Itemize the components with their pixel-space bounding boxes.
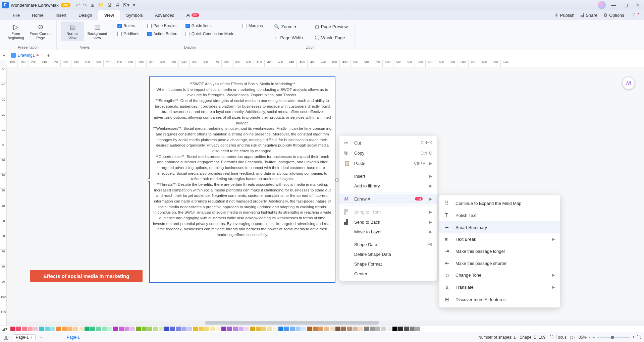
eyedropper-icon[interactable]: ◢▾ [2,326,8,331]
gridlines-checkbox[interactable]: Gridlines [117,32,139,36]
color-swatch[interactable] [124,327,129,331]
color-swatch[interactable] [73,327,78,331]
color-swatch[interactable] [107,327,112,331]
color-swatch[interactable] [370,327,375,331]
color-swatch[interactable] [85,327,90,331]
color-swatch[interactable] [227,327,232,331]
connection-point-left[interactable] [147,178,150,182]
color-swatch[interactable] [136,327,141,331]
expand-panel-icon[interactable]: » [3,53,5,58]
menu-file[interactable]: File [7,10,26,20]
ctx-insert[interactable]: Insert▶ [339,171,437,181]
color-swatch[interactable] [10,327,15,331]
color-swatch[interactable] [421,327,426,331]
ai-smart-summary[interactable]: ≣Smart Summary [439,221,560,233]
color-swatch[interactable] [387,327,392,331]
ctx-move-to-layer[interactable]: Move to Layer▶ [339,227,437,237]
color-swatch[interactable] [290,327,295,331]
color-swatch[interactable] [335,327,340,331]
color-swatch[interactable] [67,327,72,331]
background-view-button[interactable]: ▥Background view [86,21,109,41]
color-swatch[interactable] [22,327,27,331]
color-swatch[interactable] [364,327,369,331]
color-swatch[interactable] [381,327,386,331]
ai-make-longer[interactable]: ⇥Make this passage longer [439,245,560,257]
ai-expand-mindmap[interactable]: ⠿Continue to Expand the Mind Map [439,197,560,209]
color-swatch[interactable] [210,327,215,331]
new-icon[interactable]: ⊞ [91,2,95,8]
menu-design[interactable]: Design [72,10,98,20]
color-swatch[interactable] [113,327,118,331]
color-swatch[interactable] [170,327,175,331]
color-swatch[interactable] [238,327,244,331]
ctx-cut[interactable]: ✂CutCtrl+X [339,138,437,148]
fit-page-icon[interactable]: ⛶ [637,335,641,340]
horizontal-scrollbar[interactable] [7,321,644,325]
color-swatch[interactable] [398,327,403,331]
guide-lines-checkbox[interactable]: ✓Guide lines [185,23,234,28]
page-width-button[interactable]: ↔Page Width [271,34,306,42]
color-swatch[interactable] [353,327,358,331]
zoom-slider-thumb[interactable] [611,336,614,339]
color-swatch[interactable] [199,327,204,331]
color-swatch[interactable] [216,327,221,331]
color-swatch[interactable] [233,327,238,331]
ctx-send-to-back[interactable]: ▟Send to Back▶ [339,217,437,227]
menu-insert[interactable]: Insert [50,10,73,20]
page-selector[interactable]: Page-1▾ [13,334,36,340]
publish-button[interactable]: ✈Publish [555,12,575,18]
color-swatch[interactable] [90,327,95,331]
color-swatch[interactable] [392,327,397,331]
color-swatch[interactable] [267,327,272,331]
add-tab-button[interactable]: + [45,52,52,58]
page-tab[interactable]: Page-1 [67,335,80,340]
quick-connection-checkbox[interactable]: Quick Connection Mode [185,32,234,36]
qat-more-icon[interactable]: ▾ [133,2,135,8]
page-preview-button[interactable]: ▢Page Preview [312,23,351,31]
menu-symbols[interactable]: Symbols [120,10,149,20]
print-icon[interactable]: 🖨 [115,2,120,8]
margins-checkbox[interactable]: Margins [243,23,263,28]
color-swatch[interactable] [307,327,312,331]
color-swatch[interactable] [119,327,124,331]
from-beginning-button[interactable]: ▷From Beginning [4,21,28,41]
swot-text-shape[interactable]: **SWOT Analysis of the Effects of Social… [149,76,335,283]
ctx-shape-format[interactable]: Shape Format [339,259,437,269]
menu-advanced[interactable]: Advanced [149,10,180,20]
ctx-edraw-ai[interactable]: MEdraw AIhot▶ [339,194,437,204]
zoom-slider[interactable] [597,337,630,338]
ctx-shape-data[interactable]: Shape DataF8 [339,240,437,249]
page-breaks-checkbox[interactable]: Page Breaks [147,23,177,28]
color-swatch[interactable] [181,327,186,331]
color-swatch[interactable] [147,327,152,331]
zoom-button[interactable]: 🔍Zoom▾ [271,23,306,31]
color-swatch[interactable] [296,327,301,331]
ai-change-tone[interactable]: ☺Change Tone▶ [439,269,560,281]
color-swatch[interactable] [50,327,55,331]
ctx-add-to-library[interactable]: Add to library▶ [339,181,437,191]
color-swatch[interactable] [250,327,255,331]
user-avatar[interactable] [598,1,606,9]
color-swatch[interactable] [102,327,107,331]
color-swatch[interactable] [56,327,61,331]
color-swatch[interactable] [273,327,278,331]
color-swatch[interactable] [318,327,323,331]
from-current-page-button[interactable]: ⊙From Current Page [29,21,52,41]
add-page-button[interactable]: + [40,334,43,340]
color-swatch[interactable] [261,327,266,331]
ai-discover-more[interactable]: ⊞Discover more AI features [439,293,560,305]
color-swatch[interactable] [244,327,249,331]
color-swatch[interactable] [410,327,415,331]
redo-icon[interactable]: ↷ [83,2,87,8]
ai-text-break[interactable]: ≡Text Break▶ [439,233,560,245]
connection-point-right[interactable] [335,178,339,182]
zoom-in-button[interactable]: + [632,335,635,340]
rulers-checkbox[interactable]: ✓Rulers [117,23,139,28]
color-swatch[interactable] [204,327,209,331]
ctx-copy[interactable]: ⧉CopyCtrl+C [339,148,437,158]
page-nav-icon[interactable]: ▯▯ [3,335,9,340]
color-swatch[interactable] [415,327,420,331]
color-swatch[interactable] [79,327,84,331]
whole-page-button[interactable]: ⛶Whole Page [312,34,351,42]
save-icon[interactable]: 🖫 [107,2,112,8]
